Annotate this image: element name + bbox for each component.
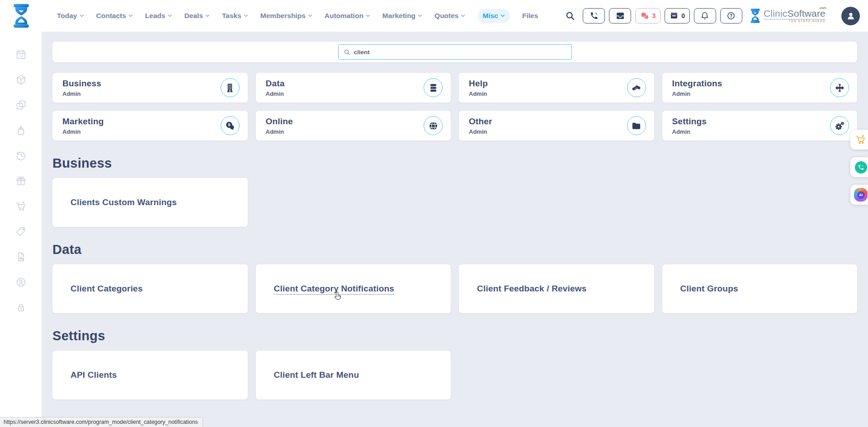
nav-item-quotes[interactable]: Quotes: [434, 12, 465, 20]
price-tag-icon[interactable]: [15, 226, 27, 237]
chevron-down-icon: [366, 14, 370, 18]
brand-logo: ClinicSoftware .com TEN STEPS AHEAD: [749, 8, 833, 24]
chevron-down-icon: [308, 14, 312, 18]
link-card-clients-custom-warnings[interactable]: Clients Custom Warnings: [52, 178, 248, 227]
globe-icon: [428, 121, 439, 131]
section-title-business: Business: [52, 156, 857, 171]
link-card-client-groups[interactable]: Client Groups: [662, 264, 858, 313]
link-card-api-clients[interactable]: API Clients: [52, 351, 248, 399]
category-grid: BusinessAdmin DataAdmin HelpAdmin Integr…: [52, 73, 857, 141]
folder-icon: [631, 121, 642, 131]
nav-item-files[interactable]: Files: [522, 12, 538, 20]
search-input[interactable]: [354, 49, 566, 56]
chevron-down-icon: [168, 14, 172, 18]
money-chat-icon: [225, 121, 235, 131]
header-actions: 3 0 ClinicSoftware .com TEN STEPS AHEAD: [565, 7, 860, 25]
chevron-down-icon: [500, 14, 505, 18]
category-card-help[interactable]: HelpAdmin: [459, 73, 654, 103]
brand-hourglass-icon: [749, 8, 761, 24]
chevron-down-icon: [80, 14, 84, 18]
gift-icon[interactable]: [15, 175, 27, 187]
category-card-other[interactable]: OtherAdmin: [459, 111, 654, 141]
section-data-grid: Client Categories Client Category Notifi…: [52, 264, 857, 313]
section-settings-grid: API Clients Client Left Bar Menu: [52, 351, 857, 399]
bag-import-icon[interactable]: [15, 125, 27, 136]
nav-item-today[interactable]: Today: [57, 12, 84, 20]
link-card-client-category-notifications[interactable]: Client Category Notifications: [256, 264, 451, 313]
category-card-integrations[interactable]: IntegrationsAdmin: [662, 73, 858, 103]
cart-icon[interactable]: [15, 201, 27, 212]
building-icon: [225, 83, 235, 93]
calendar-icon[interactable]: [15, 49, 27, 60]
chevron-down-icon: [244, 14, 248, 18]
account-icon[interactable]: [15, 277, 27, 288]
brand-tld: .com: [819, 6, 826, 10]
category-card-business[interactable]: BusinessAdmin: [52, 73, 248, 103]
link-card-client-categories[interactable]: Client Categories: [52, 264, 248, 313]
brand-tagline: TEN STEPS AHEAD: [764, 19, 826, 23]
help-icon: [726, 11, 736, 20]
nav-item-memberships[interactable]: Memberships: [260, 12, 312, 20]
cart-orange-icon: [855, 134, 866, 145]
chat-badge: 3: [652, 12, 656, 19]
search-panel: [52, 42, 857, 62]
whatsapp-button[interactable]: [850, 157, 868, 177]
handshake-icon: [631, 83, 642, 93]
phone-button[interactable]: [583, 8, 605, 23]
status-url-bar: https://server3.clinicsoftware.com/progr…: [0, 417, 203, 427]
category-card-settings[interactable]: SettingsAdmin: [662, 111, 858, 141]
move-arrows-icon: [835, 83, 845, 93]
chevron-down-icon: [205, 14, 210, 18]
package-icon[interactable]: [15, 74, 27, 85]
app-logo-hourglass-icon[interactable]: [11, 3, 32, 28]
help-button[interactable]: [720, 8, 742, 23]
nav-item-automation[interactable]: Automation: [325, 12, 370, 20]
nav-item-deals[interactable]: Deals: [184, 12, 210, 20]
copy-icon[interactable]: [15, 99, 27, 111]
chat-button[interactable]: 3: [635, 8, 660, 23]
till-badge: 0: [681, 12, 685, 19]
ai-assistant-icon: AI: [854, 188, 868, 202]
link-card-client-feedback-reviews[interactable]: Client Feedback / Reviews: [459, 264, 654, 313]
whatsapp-icon: [855, 161, 867, 174]
history-icon[interactable]: [15, 150, 27, 161]
category-card-data[interactable]: DataAdmin: [256, 73, 451, 103]
chevron-down-icon: [128, 14, 133, 18]
lock-icon[interactable]: [15, 302, 27, 313]
database-icon: [428, 83, 439, 93]
till-icon: [670, 11, 679, 20]
left-sidebar: [0, 0, 42, 427]
bell-icon: [700, 11, 709, 20]
report-icon[interactable]: [15, 251, 27, 263]
notifications-button[interactable]: [694, 8, 716, 23]
chevron-down-icon: [461, 14, 465, 18]
user-avatar[interactable]: [841, 7, 860, 25]
section-title-settings: Settings: [52, 328, 857, 343]
main-nav: Today Contacts Leads Deals Tasks Members…: [57, 9, 538, 23]
search-icon: [344, 49, 350, 56]
search-box: [338, 44, 572, 60]
till-button[interactable]: 0: [665, 8, 690, 23]
nav-item-tasks[interactable]: Tasks: [222, 12, 248, 20]
chevron-down-icon: [418, 14, 422, 18]
nav-item-leads[interactable]: Leads: [145, 12, 172, 20]
nav-item-marketing[interactable]: Marketing: [382, 12, 422, 20]
inbox-icon: [616, 11, 625, 20]
search-icon[interactable]: [565, 11, 575, 21]
main-content: BusinessAdmin DataAdmin HelpAdmin Integr…: [42, 0, 868, 399]
floating-buttons: AI: [850, 130, 868, 205]
inbox-button[interactable]: [609, 8, 631, 23]
phone-icon: [590, 11, 599, 20]
nav-item-contacts[interactable]: Contacts: [96, 12, 133, 20]
gears-icon: [835, 121, 845, 131]
category-card-online[interactable]: OnlineAdmin: [256, 111, 451, 141]
shop-cart-button[interactable]: [850, 130, 868, 150]
category-card-marketing[interactable]: MarketingAdmin: [52, 111, 248, 141]
link-card-client-left-bar-menu[interactable]: Client Left Bar Menu: [256, 351, 451, 399]
chat-bubbles-icon: [640, 11, 649, 20]
top-header: Today Contacts Leads Deals Tasks Members…: [0, 0, 868, 32]
nav-item-misc[interactable]: Misc: [477, 9, 509, 23]
ai-assistant-button[interactable]: AI: [850, 185, 868, 205]
section-business-grid: Clients Custom Warnings: [52, 178, 857, 227]
brand-name-primary: Clinic: [764, 8, 788, 19]
